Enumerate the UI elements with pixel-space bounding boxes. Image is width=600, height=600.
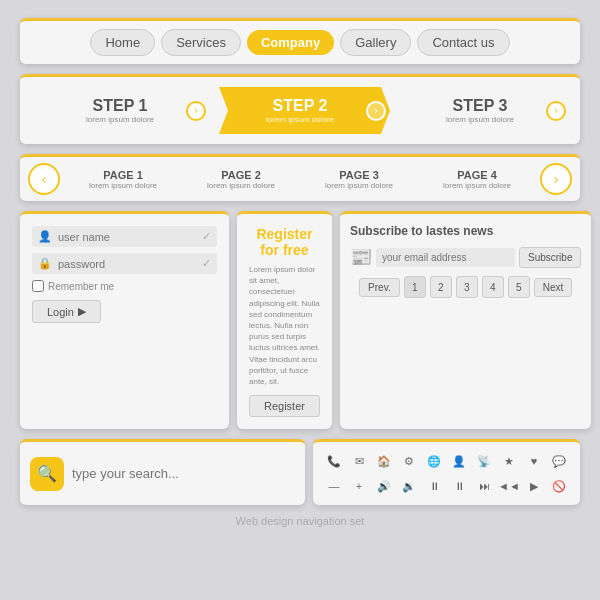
- step-3-arrow: ›: [546, 101, 566, 121]
- subscribe-title: Subscribe to lastes news: [350, 224, 581, 238]
- nav-bar: Home Services Company Gallery Contact us: [20, 18, 580, 64]
- subscribe-box: Subscribe to lastes news 📰 Subscribe Pre…: [340, 211, 591, 429]
- page-4-label: PAGE 4: [457, 169, 497, 181]
- volume-icon[interactable]: 🔊: [373, 475, 395, 497]
- person-icon[interactable]: 👤: [448, 450, 470, 472]
- icons-grid: 📞 ✉ 🏠 ⚙ 🌐 👤 📡 ★ ♥ 💬 — + 🔊 🔉 ⏸ ⏸ ⏭ ◄◄ ▶ 🚫: [323, 450, 570, 497]
- subscribe-email-input[interactable]: [376, 248, 515, 267]
- pages-bar: ‹ PAGE 1 lorem ipsum dolore PAGE 2 lorem…: [20, 154, 580, 201]
- remember-label: Remember me: [48, 281, 114, 292]
- page-1-desc: lorem ipsum dolore: [89, 181, 157, 190]
- plus-icon[interactable]: +: [348, 475, 370, 497]
- pagination-row: Prev. 1 2 3 4 5 Next: [350, 276, 581, 298]
- volume-low-icon[interactable]: 🔉: [398, 475, 420, 497]
- nav-company[interactable]: Company: [247, 30, 334, 55]
- step-1-sub: lorem ipsum dolore: [86, 115, 154, 124]
- login-box: 👤 ✓ 🔒 ✓ Remember me Login ▶: [20, 211, 229, 429]
- rewind-icon[interactable]: ◄◄: [498, 475, 520, 497]
- home-icon[interactable]: 🏠: [373, 450, 395, 472]
- star-icon[interactable]: ★: [498, 450, 520, 472]
- rss-icon[interactable]: 📡: [473, 450, 495, 472]
- ban-icon[interactable]: 🚫: [548, 475, 570, 497]
- pagination-next[interactable]: Next: [534, 278, 573, 297]
- password-input-row: 🔒 ✓: [32, 253, 217, 274]
- email-icon[interactable]: ✉: [348, 450, 370, 472]
- search-icon: 🔍: [37, 464, 57, 483]
- lock-icon: 🔒: [38, 257, 52, 270]
- pagination-page-5[interactable]: 5: [508, 276, 530, 298]
- step-3[interactable]: STEP 3 lorem ipsum dolore ›: [390, 87, 570, 134]
- login-button[interactable]: Login ▶: [32, 300, 101, 323]
- remember-row: Remember me: [32, 280, 217, 292]
- step-2[interactable]: STEP 2 lorem ipsum dolore ›: [210, 87, 390, 134]
- search-input[interactable]: [72, 466, 295, 481]
- page-4-desc: lorem ipsum dolore: [443, 181, 511, 190]
- pages-prev-btn[interactable]: ‹: [28, 163, 60, 195]
- subscribe-button[interactable]: Subscribe: [519, 247, 581, 268]
- username-input-row: 👤 ✓: [32, 226, 217, 247]
- page-2-label: PAGE 2: [221, 169, 261, 181]
- page-3[interactable]: PAGE 3 lorem ipsum dolore: [325, 169, 393, 190]
- footer-text: Web design navigation set: [236, 515, 365, 527]
- remember-checkbox[interactable]: [32, 280, 44, 292]
- pagination-page-1[interactable]: 1: [404, 276, 426, 298]
- steps-bar: STEP 1 lorem ipsum dolore › STEP 2 lorem…: [20, 74, 580, 144]
- bottom-row: 🔍 📞 ✉ 🏠 ⚙ 🌐 👤 📡 ★ ♥ 💬 — + 🔊 🔉 ⏸ ⏸ ⏭ ◄◄ ▶…: [20, 439, 580, 505]
- equalizer-icon[interactable]: ⏸: [423, 475, 445, 497]
- globe-icon[interactable]: 🌐: [423, 450, 445, 472]
- page-3-label: PAGE 3: [339, 169, 379, 181]
- page-3-desc: lorem ipsum dolore: [325, 181, 393, 190]
- login-arrow-icon: ▶: [78, 305, 86, 318]
- register-title: Register for free: [249, 226, 320, 258]
- username-input[interactable]: [58, 231, 196, 243]
- page-1[interactable]: PAGE 1 lorem ipsum dolore: [89, 169, 157, 190]
- page-4[interactable]: PAGE 4 lorem ipsum dolore: [443, 169, 511, 190]
- step-3-sub: lorem ipsum dolore: [446, 115, 514, 124]
- password-check-icon: ✓: [202, 257, 211, 270]
- heart-icon[interactable]: ♥: [523, 450, 545, 472]
- page-2-desc: lorem ipsum dolore: [207, 181, 275, 190]
- register-button[interactable]: Register: [249, 395, 320, 417]
- play-icon[interactable]: ▶: [523, 475, 545, 497]
- user-icon: 👤: [38, 230, 52, 243]
- nav-home[interactable]: Home: [90, 29, 155, 56]
- minus-icon[interactable]: —: [323, 475, 345, 497]
- skip-icon[interactable]: ⏭: [473, 475, 495, 497]
- subscribe-row: 📰 Subscribe: [350, 246, 581, 268]
- nav-gallery[interactable]: Gallery: [340, 29, 411, 56]
- nav-contact[interactable]: Contact us: [417, 29, 509, 56]
- pages-next-btn[interactable]: ›: [540, 163, 572, 195]
- step-1[interactable]: STEP 1 lorem ipsum dolore ›: [30, 87, 210, 134]
- step-3-label: STEP 3: [453, 97, 508, 115]
- step-1-arrow: ›: [186, 101, 206, 121]
- pagination-page-3[interactable]: 3: [456, 276, 478, 298]
- pagination-prev[interactable]: Prev.: [359, 278, 400, 297]
- register-text: Lorem ipsum dolor sit amet, consectetuer…: [249, 264, 320, 387]
- step-1-label: STEP 1: [93, 97, 148, 115]
- icons-box: 📞 ✉ 🏠 ⚙ 🌐 👤 📡 ★ ♥ 💬 — + 🔊 🔉 ⏸ ⏸ ⏭ ◄◄ ▶ 🚫: [313, 439, 580, 505]
- page-items: PAGE 1 lorem ipsum dolore PAGE 2 lorem i…: [64, 169, 536, 190]
- search-box: 🔍: [20, 439, 305, 505]
- phone-icon[interactable]: 📞: [323, 450, 345, 472]
- pause-icon[interactable]: ⏸: [448, 475, 470, 497]
- username-check-icon: ✓: [202, 230, 211, 243]
- page-2[interactable]: PAGE 2 lorem ipsum dolore: [207, 169, 275, 190]
- chat-icon[interactable]: 💬: [548, 450, 570, 472]
- search-icon-circle: 🔍: [30, 457, 64, 491]
- step-2-sub: lorem ipsum dolore: [266, 115, 334, 124]
- pagination-page-4[interactable]: 4: [482, 276, 504, 298]
- page-1-label: PAGE 1: [103, 169, 143, 181]
- middle-row: 👤 ✓ 🔒 ✓ Remember me Login ▶ Register for…: [20, 211, 580, 429]
- steps-container: STEP 1 lorem ipsum dolore › STEP 2 lorem…: [30, 87, 570, 134]
- step-2-arrow: ›: [366, 101, 386, 121]
- step-2-label: STEP 2: [273, 97, 328, 115]
- gear-icon[interactable]: ⚙: [398, 450, 420, 472]
- news-icon: 📰: [350, 246, 372, 268]
- password-input[interactable]: [58, 258, 196, 270]
- nav-services[interactable]: Services: [161, 29, 241, 56]
- pagination-page-2[interactable]: 2: [430, 276, 452, 298]
- register-box: Register for free Lorem ipsum dolor sit …: [237, 211, 332, 429]
